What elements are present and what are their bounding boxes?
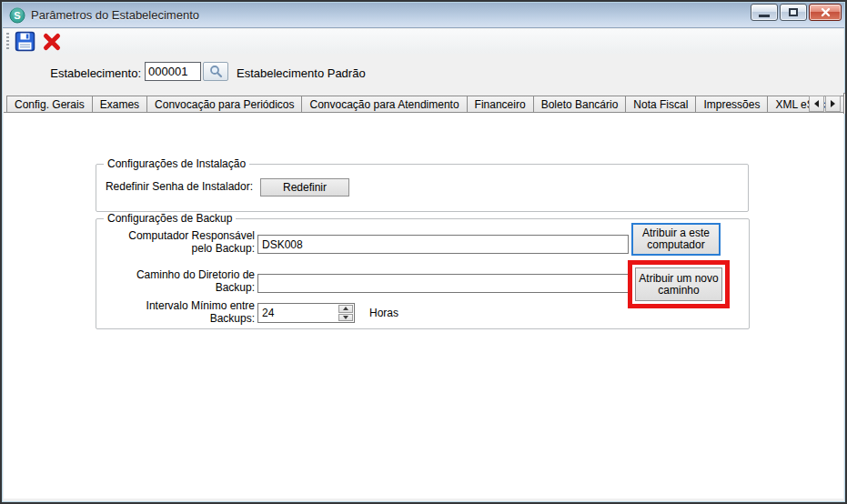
- window-title: Parâmetros do Estabelecimento: [31, 8, 199, 22]
- tab-impressoes[interactable]: Impressões: [695, 96, 768, 113]
- establishment-search-button[interactable]: [203, 62, 228, 81]
- establishment-input[interactable]: [145, 62, 201, 81]
- minimize-button[interactable]: [751, 4, 778, 21]
- tab-manutencao[interactable]: Manutenção: [843, 93, 847, 114]
- spinner-down-button[interactable]: [338, 314, 353, 322]
- minimize-icon: [759, 15, 770, 17]
- interval-spinner: [338, 305, 353, 321]
- backup-settings-group: Configurações de Backup Computador Respo…: [96, 218, 750, 329]
- installation-group-title: Configurações de Instalação: [104, 157, 249, 170]
- maximize-button[interactable]: [780, 4, 807, 21]
- window-controls: [751, 4, 842, 21]
- backup-computer-label: Computador Responsável pelo Backup:: [122, 229, 255, 255]
- close-icon: [821, 7, 831, 17]
- backup-group-title: Configurações de Backup: [104, 212, 236, 225]
- tab-boleto-bancario[interactable]: Boleto Bancário: [533, 96, 627, 113]
- backup-interval-input[interactable]: [258, 304, 337, 322]
- backup-interval-label: Intervalo Mínimo entre Backups:: [122, 299, 255, 325]
- establishment-label: Estabelecimento:: [20, 66, 141, 80]
- arrow-right-icon: [831, 100, 835, 107]
- tab-config-gerais[interactable]: Config. Gerais: [6, 96, 93, 113]
- assign-this-computer-button[interactable]: Atribuir a este computador: [631, 223, 721, 256]
- save-floppy-icon: [15, 31, 35, 52]
- window-titlebar[interactable]: S Parâmetros do Estabelecimento: [3, 3, 844, 28]
- arrow-left-icon: [814, 100, 819, 107]
- maximize-icon: [789, 8, 798, 16]
- tab-nota-fiscal[interactable]: Nota Fiscal: [625, 96, 696, 113]
- interval-unit-label: Horas: [369, 307, 398, 319]
- tab-scroll-right-button[interactable]: [825, 96, 841, 112]
- assign-new-path-button[interactable]: Atribuir um novo caminho: [635, 267, 722, 301]
- backup-interval-field: [257, 303, 355, 323]
- highlight-annotation-box: Atribuir um novo caminho: [628, 260, 730, 308]
- establishment-description: Estabelecimento Padrão: [237, 66, 366, 80]
- backup-path-input[interactable]: [257, 274, 629, 293]
- backup-path-label: Caminho do Diretorio de Backup:: [122, 268, 255, 294]
- toolbar-grip-handle[interactable]: [6, 33, 9, 51]
- reset-password-label: Redefinir Senha de Instalador:: [104, 180, 253, 193]
- tab-convocacao-periodicos[interactable]: Convocação para Periódicos: [146, 96, 302, 113]
- arrow-down-icon: [343, 316, 348, 319]
- cancel-x-icon: [42, 32, 62, 52]
- installation-settings-group: Configurações de Instalação Redefinir Se…: [96, 164, 749, 212]
- backup-computer-input[interactable]: [257, 235, 629, 254]
- cancel-button[interactable]: [40, 30, 64, 53]
- save-button[interactable]: [13, 30, 36, 53]
- tab-scroll-buttons: [809, 96, 841, 112]
- parametros-window: S Parâmetros do Estabelecimento: [0, 0, 847, 504]
- app-icon: S: [9, 7, 25, 24]
- tab-page-manutencao: Configurações de Instalação Redefinir Se…: [4, 113, 843, 499]
- tab-scroll-left-button[interactable]: [809, 96, 824, 112]
- close-button[interactable]: [809, 4, 842, 21]
- tab-convocacao-atendimento[interactable]: Convocação para Atendimento: [301, 96, 467, 113]
- svg-text:S: S: [14, 10, 20, 21]
- spinner-up-button[interactable]: [338, 305, 353, 313]
- redefinir-button[interactable]: Redefinir: [260, 178, 349, 197]
- tabstrip: Config. Gerais Exames Convocação para Pe…: [6, 92, 847, 113]
- tab-exames[interactable]: Exames: [92, 96, 147, 113]
- search-icon: [209, 65, 223, 78]
- tab-financeiro[interactable]: Financeiro: [467, 96, 534, 113]
- arrow-up-icon: [343, 307, 348, 310]
- toolbar: [4, 29, 843, 54]
